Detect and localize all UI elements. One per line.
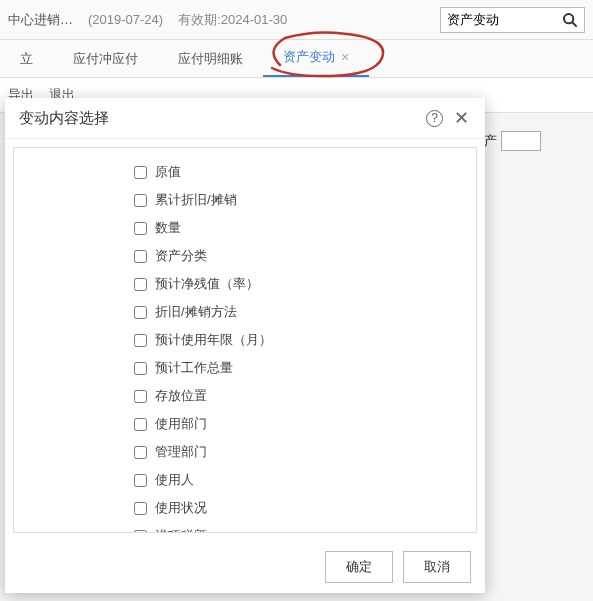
option-label: 折旧/摊销方法 — [155, 303, 237, 321]
tab-2[interactable]: 应付明细账 — [158, 41, 263, 77]
svg-line-1 — [572, 22, 577, 27]
header-date: (2019-07-24) — [88, 12, 163, 27]
option-checkbox[interactable] — [134, 306, 147, 319]
dialog-body: 原值累计折旧/摊销数量资产分类预计净残值（率）折旧/摊销方法预计使用年限（月）预… — [5, 139, 485, 541]
ok-button[interactable]: 确定 — [325, 551, 393, 583]
option-checkbox[interactable] — [134, 502, 147, 515]
top-header: 中心进销… (2019-07-24) 有效期:2024-01-30 — [0, 0, 593, 40]
tab-label: 资产变动 — [283, 48, 335, 66]
option-item[interactable]: 折旧/摊销方法 — [134, 298, 476, 326]
option-item[interactable]: 使用部门 — [134, 410, 476, 438]
tab-label: 应付明细账 — [178, 50, 243, 68]
selection-dialog: 变动内容选择 ? ✕ 原值累计折旧/摊销数量资产分类预计净残值（率）折旧/摊销方… — [5, 98, 485, 593]
option-checkbox[interactable] — [134, 362, 147, 375]
option-label: 累计折旧/摊销 — [155, 191, 237, 209]
option-label: 存放位置 — [155, 387, 207, 405]
tab-1[interactable]: 应付冲应付 — [53, 41, 158, 77]
option-label: 预计工作总量 — [155, 359, 233, 377]
tabs-bar: 立应付冲应付应付明细账资产变动× — [0, 40, 593, 78]
asset-input[interactable] — [501, 131, 541, 151]
options-list[interactable]: 原值累计折旧/摊销数量资产分类预计净残值（率）折旧/摊销方法预计使用年限（月）预… — [13, 147, 477, 533]
option-item[interactable]: 数量 — [134, 214, 476, 242]
tab-label: 立 — [20, 50, 33, 68]
option-item[interactable]: 预计工作总量 — [134, 354, 476, 382]
option-checkbox[interactable] — [134, 194, 147, 207]
tab-3[interactable]: 资产变动× — [263, 39, 369, 77]
tab-close-icon[interactable]: × — [341, 49, 349, 65]
help-icon[interactable]: ? — [426, 110, 443, 127]
tab-0[interactable]: 立 — [0, 41, 53, 77]
option-label: 数量 — [155, 219, 181, 237]
app-title: 中心进销… — [8, 11, 73, 29]
svg-point-0 — [564, 14, 573, 23]
option-checkbox[interactable] — [134, 530, 147, 534]
option-label: 预计净残值（率） — [155, 275, 259, 293]
option-label: 预计使用年限（月） — [155, 331, 272, 349]
option-label: 使用部门 — [155, 415, 207, 433]
search-input[interactable] — [447, 12, 562, 27]
search-icon[interactable] — [562, 12, 578, 28]
option-item[interactable]: 存放位置 — [134, 382, 476, 410]
option-item[interactable]: 原值 — [134, 158, 476, 186]
option-label: 使用人 — [155, 471, 194, 489]
option-checkbox[interactable] — [134, 390, 147, 403]
option-checkbox[interactable] — [134, 222, 147, 235]
close-icon[interactable]: ✕ — [451, 108, 471, 128]
cancel-button[interactable]: 取消 — [403, 551, 471, 583]
option-item[interactable]: 使用人 — [134, 466, 476, 494]
option-label: 资产分类 — [155, 247, 207, 265]
dialog-header: 变动内容选择 ? ✕ — [5, 98, 485, 139]
option-checkbox[interactable] — [134, 418, 147, 431]
option-checkbox[interactable] — [134, 334, 147, 347]
option-item[interactable]: 管理部门 — [134, 438, 476, 466]
option-checkbox[interactable] — [134, 446, 147, 459]
header-validity: 有效期:2024-01-30 — [178, 11, 287, 29]
option-item[interactable]: 预计净残值（率） — [134, 270, 476, 298]
tab-label: 应付冲应付 — [73, 50, 138, 68]
dialog-title: 变动内容选择 — [19, 109, 418, 128]
option-item[interactable]: 资产分类 — [134, 242, 476, 270]
option-item[interactable]: 累计折旧/摊销 — [134, 186, 476, 214]
dialog-footer: 确定 取消 — [5, 541, 485, 593]
option-label: 原值 — [155, 163, 181, 181]
option-item[interactable]: 使用状况 — [134, 494, 476, 522]
option-checkbox[interactable] — [134, 166, 147, 179]
search-box[interactable] — [440, 7, 585, 33]
option-label: 进项税额 — [155, 527, 207, 533]
option-item[interactable]: 预计使用年限（月） — [134, 326, 476, 354]
option-label: 管理部门 — [155, 443, 207, 461]
option-checkbox[interactable] — [134, 278, 147, 291]
option-checkbox[interactable] — [134, 474, 147, 487]
option-label: 使用状况 — [155, 499, 207, 517]
option-checkbox[interactable] — [134, 250, 147, 263]
option-item[interactable]: 进项税额 — [134, 522, 476, 533]
